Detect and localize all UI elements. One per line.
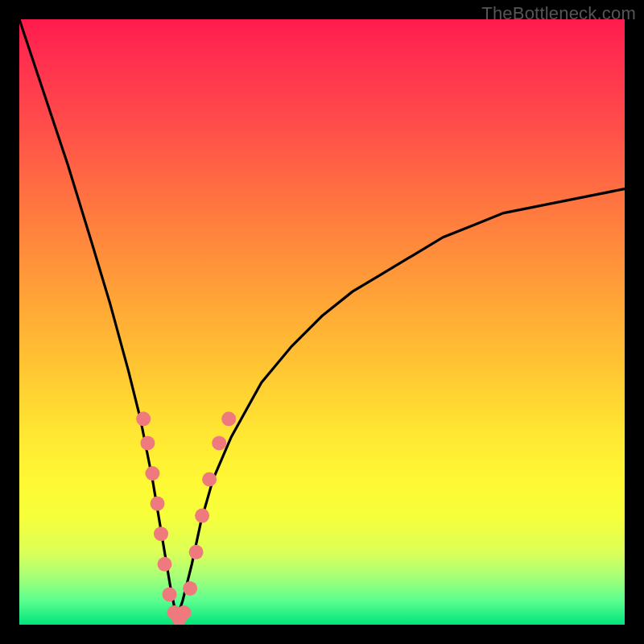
highlight-dot [154, 526, 168, 541]
highlight-dot [158, 557, 172, 572]
highlight-dot [140, 436, 155, 450]
highlight-dot [212, 436, 226, 450]
highlight-dot [177, 605, 192, 620]
chart-plot-area [19, 19, 625, 625]
highlight-dot [221, 411, 236, 426]
highlight-dot [195, 509, 209, 523]
highlight-dot [189, 545, 204, 559]
highlight-dot [145, 466, 159, 481]
highlight-dots-group [136, 411, 236, 625]
bottleneck-curve [19, 19, 625, 619]
highlight-dot [151, 497, 165, 511]
highlight-dot [183, 581, 197, 596]
watermark-label: TheBottleneck.com [481, 3, 636, 24]
bottleneck-chart-svg [19, 19, 625, 625]
highlight-dot [202, 473, 217, 487]
highlight-dot [163, 587, 177, 601]
highlight-dot [136, 411, 151, 426]
